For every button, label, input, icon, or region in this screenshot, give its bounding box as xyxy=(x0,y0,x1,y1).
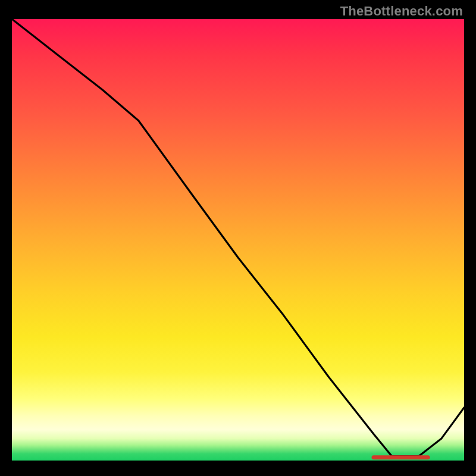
watermark-label: TheBottleneck.com xyxy=(340,4,463,19)
plot-frame xyxy=(12,19,464,461)
curve-layer xyxy=(12,19,464,461)
chart-stage: TheBottleneck.com xyxy=(0,0,476,476)
bottleneck-curve xyxy=(12,19,464,456)
